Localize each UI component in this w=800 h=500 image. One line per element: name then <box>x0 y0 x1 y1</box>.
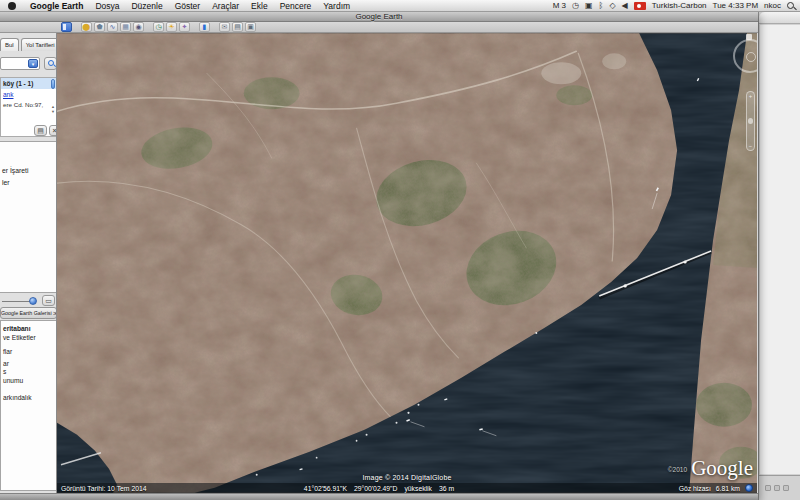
status-bar: Görüntü Tarihi: 10 Tem 2014 41°02'56.91"… <box>57 483 757 493</box>
mini-button[interactable] <box>783 485 789 491</box>
add-image-overlay-icon[interactable] <box>120 22 131 32</box>
tab-yol-tarifleri[interactable]: Yol Tarifleri <box>21 38 57 51</box>
window-title[interactable]: Google Earth <box>0 12 758 22</box>
places-panel: er İşareti ler <box>0 141 57 293</box>
layer-item[interactable]: arkındalık <box>3 394 32 401</box>
slider-knob[interactable] <box>29 297 37 305</box>
google-earth-window: Google Earth Bul Yol Tarifleri <box>0 12 758 500</box>
menu-pencere[interactable]: Pencere <box>274 1 318 11</box>
zoom-slider-knob[interactable] <box>748 118 753 124</box>
earth-gallery-button[interactable]: Google Earth Galerisi ≫ <box>0 307 57 319</box>
search-icon <box>48 60 54 66</box>
imagery-date[interactable]: Görüntü Tarihi: 10 Tem 2014 <box>61 485 147 492</box>
input-source-label[interactable]: Turkish-Carbon <box>652 1 707 10</box>
save-image-icon[interactable] <box>245 22 256 32</box>
eye-altitude-readout: 6.81 km <box>716 485 740 492</box>
desktop: Google Earth Dosya Düzenle Göster Araçla… <box>0 0 800 500</box>
macos-menu-bar: Google Earth Dosya Düzenle Göster Araçla… <box>0 0 800 12</box>
apple-menu-icon[interactable] <box>8 2 16 10</box>
longitude-readout: 29°00'02.49"D <box>354 485 397 492</box>
scroll-down-icon[interactable] <box>51 109 55 114</box>
user-menu-label[interactable]: nkoc <box>764 1 781 10</box>
window-bottom-edge <box>0 493 758 500</box>
sidebar: Bul Yol Tarifleri köy (1 - 1) ank ere Cd… <box>0 33 57 493</box>
record-tour-icon[interactable] <box>133 22 144 32</box>
menu-ekle[interactable]: Ekle <box>245 1 274 11</box>
volume-menu-icon[interactable] <box>622 1 628 10</box>
scrollbar-thumb[interactable] <box>51 79 55 89</box>
satellite-imagery <box>57 33 757 493</box>
menu-goster[interactable]: Göster <box>169 1 207 11</box>
add-placemark-icon[interactable] <box>81 22 92 32</box>
menu-clock-time[interactable]: Tue 4:33 PM <box>713 1 759 10</box>
ruler-icon[interactable] <box>199 22 210 32</box>
layer-item[interactable]: ve Etiketler <box>3 334 36 341</box>
elevation-label: yükseklik <box>404 485 432 492</box>
result-address: ere Cd. No:97, <box>3 101 43 108</box>
place-item[interactable]: er İşareti <box>2 167 28 174</box>
layer-item[interactable]: ar <box>3 360 9 367</box>
switch-planet-icon[interactable] <box>179 22 190 32</box>
mini-button[interactable] <box>774 485 780 491</box>
search-results-header[interactable]: köy (1 - 1) <box>1 78 56 89</box>
opacity-slider-row <box>0 295 57 307</box>
layer-item[interactable]: eritabanı <box>3 325 30 332</box>
toolbar <box>0 22 758 33</box>
scroll-arrows[interactable] <box>51 104 55 114</box>
background-window-titlebar <box>759 12 800 24</box>
compass-north-marker <box>746 34 752 40</box>
background-window-buttons <box>765 485 789 491</box>
clear-results-button[interactable] <box>49 125 57 136</box>
sunlight-icon[interactable] <box>166 22 177 32</box>
copy-to-places-button[interactable] <box>34 125 47 136</box>
menu-araclar[interactable]: Araçlar <box>206 1 245 11</box>
menu-yardim[interactable]: Yardım <box>317 1 356 11</box>
search-tabs: Bul Yol Tarifleri <box>0 38 57 51</box>
display-menu-icon[interactable] <box>585 1 593 10</box>
background-window-panel <box>760 25 800 474</box>
menu-app[interactable]: Google Earth <box>24 1 89 11</box>
copyright-watermark: ©2010 <box>668 466 687 473</box>
layer-item[interactable]: s <box>3 368 6 375</box>
streaming-globe-icon <box>745 484 753 492</box>
imagery-attribution: Image © 2014 DigitalGlobe <box>57 474 757 481</box>
latitude-readout: 41°02'56.91"K <box>304 485 347 492</box>
elevation-readout: 36 m <box>439 485 454 492</box>
add-path-icon[interactable] <box>107 22 118 32</box>
bluetooth-menu-icon[interactable] <box>599 1 604 10</box>
spotlight-search-icon[interactable] <box>787 2 794 9</box>
search-button[interactable] <box>44 57 57 70</box>
satellite-map-viewport[interactable]: Image © 2014 DigitalGlobe ©2010 Google G… <box>57 33 757 493</box>
print-icon[interactable] <box>232 22 243 32</box>
historical-imagery-icon[interactable] <box>153 22 164 32</box>
airport-menu-icon[interactable] <box>609 1 615 10</box>
turkish-flag-icon <box>634 2 646 10</box>
background-window <box>758 12 800 500</box>
place-item[interactable]: ler <box>2 179 10 186</box>
layer-item[interactable]: unumu <box>3 377 23 384</box>
eye-altitude-label: Göz hizası <box>679 485 711 492</box>
search-input[interactable] <box>0 57 40 70</box>
hide-sidebar-icon[interactable] <box>61 22 72 32</box>
menu-duzenle[interactable]: Düzenle <box>125 1 168 11</box>
email-icon[interactable] <box>219 22 230 32</box>
tab-bul[interactable]: Bul <box>0 38 19 51</box>
clock-menu-icon[interactable] <box>572 1 579 10</box>
menu-dosya[interactable]: Dosya <box>89 1 125 11</box>
chevron-down-icon[interactable] <box>28 59 38 68</box>
layers-panel: Google Earth Galerisi ≫ eritabanı ve Eti… <box>0 307 57 493</box>
zoom-slider[interactable] <box>746 91 755 151</box>
add-polygon-icon[interactable] <box>94 22 105 32</box>
layer-item[interactable]: flar <box>3 348 12 355</box>
divider <box>759 475 800 476</box>
overlay-image-button[interactable] <box>42 295 55 306</box>
google-logo: Google <box>691 458 753 479</box>
mini-button[interactable] <box>765 485 771 491</box>
keyboard-indicator[interactable]: M 3 <box>553 1 566 10</box>
result-link[interactable]: ank <box>3 91 13 98</box>
